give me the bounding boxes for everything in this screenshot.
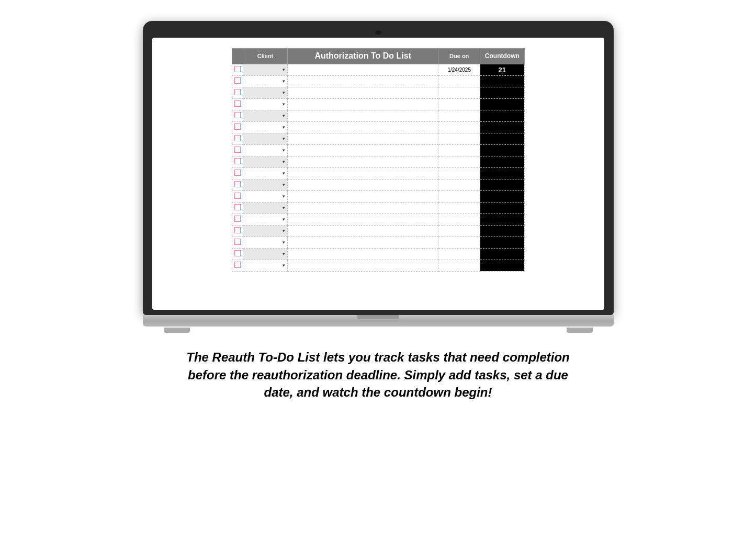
cell-due-on[interactable] <box>438 156 480 167</box>
cell-task[interactable] <box>288 248 438 260</box>
dropdown-arrow-icon[interactable]: ▼ <box>281 194 286 199</box>
checkbox-square[interactable] <box>234 193 241 199</box>
cell-due-on[interactable]: 1/24/2025 <box>438 64 480 75</box>
cell-task[interactable] <box>288 98 438 110</box>
cell-checkbox[interactable] <box>232 167 243 179</box>
cell-due-on[interactable] <box>438 121 480 133</box>
checkbox-square[interactable] <box>234 147 241 153</box>
checkbox-square[interactable] <box>234 170 241 176</box>
cell-client[interactable]: ▼ <box>243 237 287 248</box>
cell-client[interactable]: ▼ <box>243 98 287 110</box>
cell-due-on[interactable] <box>438 179 480 190</box>
cell-task[interactable] <box>288 133 438 144</box>
cell-checkbox[interactable] <box>232 225 243 237</box>
checkbox-square[interactable] <box>234 262 241 268</box>
cell-due-on[interactable] <box>438 190 480 202</box>
cell-checkbox[interactable] <box>232 179 243 190</box>
cell-due-on[interactable] <box>438 110 480 121</box>
checkbox-square[interactable] <box>234 89 241 95</box>
dropdown-arrow-icon[interactable]: ▼ <box>281 148 286 153</box>
dropdown-arrow-icon[interactable]: ▼ <box>281 79 286 84</box>
cell-due-on[interactable] <box>438 87 480 98</box>
cell-client[interactable]: ▼ <box>243 75 287 87</box>
dropdown-arrow-icon[interactable]: ▼ <box>281 114 286 118</box>
cell-task[interactable] <box>288 179 438 190</box>
cell-task[interactable] <box>288 202 438 213</box>
cell-checkbox[interactable] <box>232 260 243 271</box>
cell-checkbox[interactable] <box>232 121 243 133</box>
cell-due-on[interactable] <box>438 260 480 271</box>
checkbox-square[interactable] <box>234 181 241 187</box>
dropdown-arrow-icon[interactable]: ▼ <box>281 252 286 256</box>
cell-checkbox[interactable] <box>232 87 243 98</box>
dropdown-arrow-icon[interactable]: ▼ <box>281 263 286 268</box>
cell-task[interactable] <box>288 75 438 87</box>
cell-due-on[interactable] <box>438 75 480 87</box>
dropdown-arrow-icon[interactable]: ▼ <box>281 171 286 176</box>
cell-due-on[interactable] <box>438 98 480 110</box>
dropdown-arrow-icon[interactable]: ▼ <box>281 160 286 164</box>
cell-task[interactable] <box>288 144 438 156</box>
checkbox-square[interactable] <box>234 66 241 72</box>
checkbox-square[interactable] <box>234 77 241 84</box>
cell-client[interactable]: ▼ <box>243 179 287 190</box>
cell-checkbox[interactable] <box>232 64 243 75</box>
cell-due-on[interactable] <box>438 167 480 179</box>
cell-client[interactable]: ▼ <box>243 87 287 98</box>
cell-task[interactable] <box>288 190 438 202</box>
dropdown-arrow-icon[interactable]: ▼ <box>281 240 286 245</box>
cell-task[interactable] <box>288 64 438 75</box>
checkbox-square[interactable] <box>234 204 241 210</box>
checkbox-square[interactable] <box>234 100 241 107</box>
checkbox-square[interactable] <box>234 250 241 256</box>
cell-checkbox[interactable] <box>232 202 243 213</box>
dropdown-arrow-icon[interactable]: ▼ <box>281 217 286 222</box>
cell-client[interactable]: ▼ <box>243 225 287 237</box>
cell-checkbox[interactable] <box>232 144 243 156</box>
checkbox-square[interactable] <box>234 216 241 222</box>
dropdown-arrow-icon[interactable]: ▼ <box>281 137 286 141</box>
cell-client[interactable]: ▼ <box>243 190 287 202</box>
cell-checkbox[interactable] <box>232 213 243 225</box>
cell-checkbox[interactable] <box>232 110 243 121</box>
cell-checkbox[interactable] <box>232 133 243 144</box>
cell-client[interactable]: ▼ <box>243 248 287 260</box>
cell-task[interactable] <box>288 121 438 133</box>
cell-due-on[interactable] <box>438 248 480 260</box>
dropdown-arrow-icon[interactable]: ▼ <box>281 102 286 107</box>
cell-task[interactable] <box>288 237 438 248</box>
checkbox-square[interactable] <box>234 135 241 141</box>
checkbox-square[interactable] <box>234 123 241 130</box>
cell-checkbox[interactable] <box>232 75 243 87</box>
cell-checkbox[interactable] <box>232 156 243 167</box>
cell-task[interactable] <box>288 87 438 98</box>
checkbox-square[interactable] <box>234 239 241 245</box>
cell-task[interactable] <box>288 225 438 237</box>
cell-client[interactable]: ▼ <box>243 64 287 75</box>
checkbox-square[interactable] <box>234 227 241 233</box>
cell-task[interactable] <box>288 156 438 167</box>
cell-task[interactable] <box>288 110 438 121</box>
cell-client[interactable]: ▼ <box>243 213 287 225</box>
cell-due-on[interactable] <box>438 144 480 156</box>
cell-client[interactable]: ▼ <box>243 144 287 156</box>
cell-due-on[interactable] <box>438 237 480 248</box>
cell-client[interactable]: ▼ <box>243 167 287 179</box>
cell-client[interactable]: ▼ <box>243 156 287 167</box>
cell-checkbox[interactable] <box>232 98 243 110</box>
cell-due-on[interactable] <box>438 225 480 237</box>
cell-checkbox[interactable] <box>232 237 243 248</box>
cell-due-on[interactable] <box>438 202 480 213</box>
cell-client[interactable]: ▼ <box>243 110 287 121</box>
checkbox-square[interactable] <box>234 112 241 118</box>
cell-task[interactable] <box>288 213 438 225</box>
cell-task[interactable] <box>288 167 438 179</box>
cell-due-on[interactable] <box>438 213 480 225</box>
cell-client[interactable]: ▼ <box>243 260 287 271</box>
cell-task[interactable] <box>288 260 438 271</box>
cell-checkbox[interactable] <box>232 190 243 202</box>
dropdown-arrow-icon[interactable]: ▼ <box>281 91 286 95</box>
cell-client[interactable]: ▼ <box>243 133 287 144</box>
cell-checkbox[interactable] <box>232 248 243 260</box>
dropdown-arrow-icon[interactable]: ▼ <box>281 125 286 130</box>
